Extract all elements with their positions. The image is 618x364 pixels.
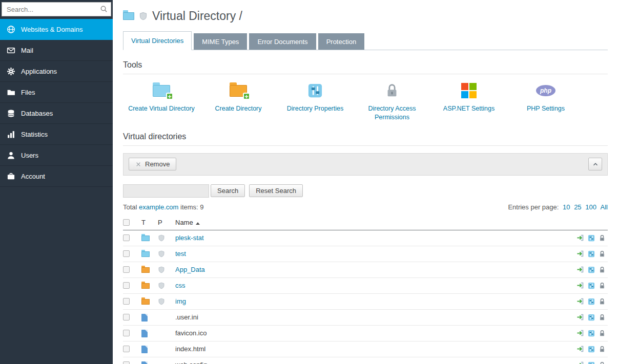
row-checkbox[interactable] bbox=[123, 330, 130, 336]
table-row: css bbox=[123, 278, 608, 294]
sidebar-item-applications[interactable]: Applications bbox=[0, 61, 113, 82]
row-checkbox[interactable] bbox=[123, 250, 130, 257]
search-input[interactable] bbox=[2, 2, 111, 16]
table-header: T P Name bbox=[123, 215, 608, 230]
sidebar-item-statistics[interactable]: Statistics bbox=[0, 124, 113, 145]
file-icon bbox=[141, 346, 148, 353]
create-virtual-directory-button[interactable]: + Create Virtual Directory bbox=[123, 81, 200, 122]
directory-link[interactable]: css bbox=[175, 282, 186, 289]
php-settings-button[interactable]: php PHP Settings bbox=[507, 81, 584, 122]
open-icon[interactable] bbox=[576, 329, 584, 337]
row-checkbox[interactable] bbox=[123, 282, 130, 289]
properties-icon[interactable] bbox=[588, 266, 595, 273]
row-checkbox[interactable] bbox=[123, 314, 130, 320]
entries-per-page-label: Entries per page: bbox=[508, 203, 559, 211]
properties-icon[interactable] bbox=[588, 330, 595, 337]
sidebar-item-label: Mail bbox=[21, 47, 33, 54]
row-checkbox[interactable] bbox=[123, 361, 130, 364]
permissions-icon[interactable] bbox=[599, 361, 606, 364]
domain-link[interactable]: example.com bbox=[139, 203, 178, 211]
properties-icon[interactable] bbox=[588, 298, 595, 305]
row-checkbox[interactable] bbox=[123, 346, 130, 352]
sidebar-item-label: Applications bbox=[21, 68, 57, 75]
sidebar-item-label: Files bbox=[21, 89, 35, 96]
tab-protection[interactable]: Protection bbox=[318, 33, 365, 50]
open-icon[interactable] bbox=[576, 282, 584, 289]
sidebar-item-users[interactable]: Users bbox=[0, 145, 113, 166]
permissions-icon[interactable] bbox=[599, 266, 606, 273]
protection-shield-icon bbox=[158, 282, 165, 289]
plus-icon: + bbox=[243, 93, 250, 100]
list-search-input[interactable] bbox=[123, 184, 209, 198]
row-checkbox[interactable] bbox=[123, 266, 130, 273]
sidebar-item-label: Users bbox=[21, 152, 38, 159]
search-button[interactable]: Search bbox=[211, 184, 245, 197]
page-size-25[interactable]: 25 bbox=[574, 203, 581, 211]
table-row: img bbox=[123, 294, 608, 310]
page-size-all[interactable]: All bbox=[601, 203, 608, 211]
aspnet-settings-button[interactable]: ASP.NET Settings bbox=[430, 81, 507, 122]
page-size-100[interactable]: 100 bbox=[585, 203, 596, 211]
sort-ascending-icon bbox=[196, 222, 200, 225]
tab-virtual-directories[interactable]: Virtual Directories bbox=[123, 31, 192, 50]
properties-icon[interactable] bbox=[588, 234, 595, 242]
permissions-icon[interactable] bbox=[599, 282, 606, 289]
create-directory-button[interactable]: + Create Directory bbox=[200, 81, 277, 122]
permissions-icon[interactable] bbox=[599, 298, 606, 305]
sidebar-item-databases[interactable]: Databases bbox=[0, 103, 113, 124]
directory-link[interactable]: plesk-stat bbox=[175, 234, 204, 242]
virtual-folder-icon bbox=[141, 251, 150, 257]
permissions-icon[interactable] bbox=[599, 330, 606, 337]
row-checkbox[interactable] bbox=[123, 234, 130, 241]
column-name-sort[interactable]: Name bbox=[171, 219, 562, 226]
sidebar-nav: Websites & Domains Mail Applications Fil… bbox=[0, 19, 113, 187]
open-icon[interactable] bbox=[576, 313, 584, 321]
user-icon bbox=[7, 151, 15, 160]
tool-label: Directory Access Permissions bbox=[354, 104, 430, 122]
protection-shield-icon bbox=[158, 266, 165, 273]
tools-section-head: Tools bbox=[123, 60, 608, 74]
permissions-icon[interactable] bbox=[599, 234, 606, 242]
select-all-checkbox[interactable] bbox=[123, 219, 130, 226]
list-search-row: Search Reset Search bbox=[123, 184, 608, 198]
directory-access-permissions-button[interactable]: Directory Access Permissions bbox=[354, 81, 430, 122]
tab-error-documents[interactable]: Error Documents bbox=[249, 33, 316, 50]
directory-properties-button[interactable]: Directory Properties bbox=[277, 81, 354, 122]
file-icon bbox=[141, 361, 148, 364]
properties-icon[interactable] bbox=[588, 250, 595, 258]
bar-chart-icon bbox=[7, 130, 15, 139]
properties-icon[interactable] bbox=[588, 282, 595, 289]
permissions-icon[interactable] bbox=[599, 346, 606, 353]
open-icon[interactable] bbox=[576, 250, 584, 258]
virtual-folder-icon bbox=[141, 235, 150, 241]
permissions-icon[interactable] bbox=[599, 250, 606, 258]
properties-icon[interactable] bbox=[588, 361, 595, 364]
permissions-icon[interactable] bbox=[599, 314, 606, 321]
row-checkbox[interactable] bbox=[123, 298, 130, 305]
tool-label: Create Virtual Directory bbox=[123, 104, 200, 113]
folder-icon bbox=[141, 299, 150, 305]
open-icon[interactable] bbox=[576, 345, 584, 353]
sidebar-item-files[interactable]: Files bbox=[0, 82, 113, 103]
directory-properties-icon bbox=[307, 83, 323, 98]
page-size-10[interactable]: 10 bbox=[563, 203, 570, 211]
tab-mime-types[interactable]: MIME Types bbox=[194, 33, 247, 50]
collapse-toolbar-button[interactable] bbox=[588, 158, 602, 170]
properties-icon[interactable] bbox=[588, 346, 595, 353]
open-icon[interactable] bbox=[576, 234, 584, 242]
virtual-directories-heading: Virtual directories bbox=[123, 132, 608, 141]
sidebar-item-mail[interactable]: Mail bbox=[0, 40, 113, 61]
directory-link[interactable]: test bbox=[175, 250, 186, 258]
reset-search-button[interactable]: Reset Search bbox=[249, 184, 303, 197]
properties-icon[interactable] bbox=[588, 314, 595, 321]
directory-link[interactable]: img bbox=[175, 297, 186, 305]
directory-link[interactable]: App_Data bbox=[175, 266, 205, 273]
open-icon[interactable] bbox=[576, 361, 584, 364]
sidebar-item-websites-domains[interactable]: Websites & Domains bbox=[0, 19, 113, 40]
search-icon[interactable] bbox=[100, 5, 108, 13]
sidebar-item-account[interactable]: Account bbox=[0, 166, 113, 187]
open-icon[interactable] bbox=[576, 266, 584, 273]
table-row: favicon.ico bbox=[123, 326, 608, 341]
open-icon[interactable] bbox=[576, 297, 584, 305]
remove-button[interactable]: Remove bbox=[129, 158, 176, 170]
